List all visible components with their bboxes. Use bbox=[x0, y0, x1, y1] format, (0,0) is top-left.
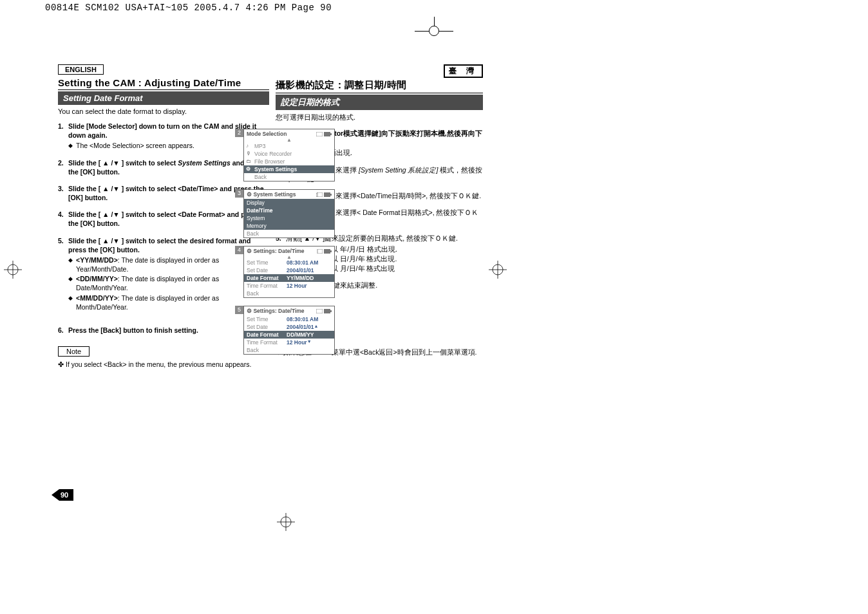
registration-mark-right bbox=[489, 261, 507, 280]
screen-2-title: Mode Selection bbox=[247, 131, 287, 137]
svg-rect-17 bbox=[330, 250, 332, 252]
step-2: 2. Slide the [ ▲ /▼ ] switch to select S… bbox=[58, 158, 269, 176]
settings-icon: ⚙ bbox=[247, 248, 252, 254]
intro-text-left: You can select the date format to displa… bbox=[58, 107, 269, 115]
menu-item-system: System bbox=[244, 214, 334, 222]
language-label-taiwan: 臺 灣 bbox=[444, 64, 483, 78]
folder-icon: 🗀 bbox=[246, 158, 251, 164]
note-label: Note bbox=[58, 346, 90, 357]
battery-icon bbox=[324, 132, 332, 136]
settings-icon: ⚙ bbox=[247, 191, 252, 198]
step-6: 6. Press the [Back] button to finish set… bbox=[58, 326, 269, 335]
language-label-english: ENGLISH bbox=[58, 64, 104, 75]
menu-item-file-browser: 🗀File Browser bbox=[244, 158, 334, 165]
step-5-sub-1: <YY/MM/DD>: The date is displayed in ord… bbox=[68, 256, 269, 274]
settings-icon: ⚙ bbox=[246, 166, 250, 172]
screen-badge-5: 5 bbox=[235, 306, 243, 314]
section-heading-right: 設定日期的格式 bbox=[276, 95, 483, 110]
music-note-icon: ♪ bbox=[246, 143, 249, 149]
row-back: Back bbox=[244, 290, 334, 297]
svg-rect-10 bbox=[324, 132, 330, 136]
screen-5-title: Settings: Date/Time bbox=[253, 308, 304, 314]
row-set-date: Set Date2004/01/01 ▲ bbox=[244, 323, 334, 331]
menu-item-back: Back bbox=[244, 230, 334, 237]
registration-mark-bottom bbox=[277, 513, 295, 532]
row-back: Back bbox=[244, 346, 334, 354]
screen-badge-3: 3 bbox=[235, 189, 243, 198]
battery-icon bbox=[324, 249, 332, 254]
row-set-date: Set Date2004/01/01 bbox=[244, 266, 334, 274]
svg-rect-14 bbox=[330, 194, 332, 196]
registration-mark-left bbox=[4, 261, 22, 280]
intro-text-right: 您可選擇日期出現的格式. bbox=[276, 113, 483, 122]
screen-badge-4: 4 bbox=[235, 246, 243, 254]
section-heading-left: Setting Date Format bbox=[58, 91, 269, 105]
battery-icon bbox=[324, 309, 332, 313]
menu-item-display: Display bbox=[244, 199, 334, 207]
sd-card-icon bbox=[316, 309, 323, 313]
page-title-left: Setting the CAM : Adjusting Date/Time bbox=[58, 77, 269, 90]
status-icons bbox=[316, 308, 332, 314]
row-set-time: Set Time08:30:01 AM bbox=[244, 259, 334, 266]
step-1-sub: The <Mode Selection> screen appears. bbox=[68, 141, 269, 150]
menu-item-system-settings: ⚙System Settings bbox=[244, 165, 334, 173]
menu-item-back: Back bbox=[244, 173, 334, 181]
status-icons bbox=[316, 248, 332, 254]
svg-rect-19 bbox=[324, 309, 330, 313]
page-title-right: 攝影機的設定：調整日期/時間 bbox=[276, 79, 483, 93]
row-set-time: Set Time08:30:01 AM bbox=[244, 315, 334, 323]
microphone-icon: 🎙 bbox=[246, 151, 251, 156]
sd-card-icon bbox=[316, 132, 323, 136]
svg-rect-11 bbox=[330, 133, 332, 135]
step-5-sub-2: <DD/MM/YY>: The date is displayed in ord… bbox=[68, 274, 269, 292]
crop-circle-icon bbox=[429, 26, 439, 36]
page-number: 90 bbox=[52, 489, 73, 501]
status-icons bbox=[316, 191, 332, 198]
settings-icon: ⚙ bbox=[247, 308, 252, 314]
menu-item-memory: Memory bbox=[244, 222, 334, 230]
svg-rect-15 bbox=[317, 249, 323, 254]
menu-item-mp3: ♪MP3 bbox=[244, 142, 334, 150]
svg-rect-9 bbox=[316, 132, 323, 136]
sd-card-icon bbox=[316, 192, 323, 197]
menu-item-voice-recorder: 🎙Voice Recorder bbox=[244, 150, 334, 158]
scroll-down-icon: ▼ bbox=[307, 339, 312, 346]
screen-mode-selection: 2 Mode Selection ▲ ♪MP3 🎙Voice Recorder … bbox=[243, 129, 335, 181]
svg-rect-16 bbox=[324, 249, 330, 254]
svg-rect-12 bbox=[317, 192, 323, 197]
screen-3-title: System Settings bbox=[253, 191, 296, 198]
row-date-format: Date FormatDD/MM/YY bbox=[244, 331, 334, 339]
screen-badge-2: 2 bbox=[235, 129, 243, 137]
sd-card-icon bbox=[316, 249, 323, 254]
svg-rect-20 bbox=[330, 310, 332, 312]
svg-rect-18 bbox=[316, 309, 323, 313]
battery-icon bbox=[324, 192, 332, 197]
status-icons bbox=[316, 131, 332, 137]
row-time-format: Time Format12 Hour bbox=[244, 282, 334, 290]
file-header: 00814E SCM102 USA+TAI~105 2005.4.7 4:26 … bbox=[45, 3, 818, 15]
note-text: If you select <Back> in the menu, the pr… bbox=[58, 360, 269, 369]
svg-rect-13 bbox=[324, 192, 330, 197]
screen-date-time-4: 4 ⚙ Settings: Date/Time ▲ Set Time08:30:… bbox=[243, 246, 335, 299]
screen-4-title: Settings: Date/Time bbox=[253, 248, 304, 254]
row-date-format: Date FormatYY/MM/DD bbox=[244, 274, 334, 282]
scroll-up-icon: ▲ bbox=[314, 324, 319, 330]
menu-item-date-time: Date/Time bbox=[244, 207, 334, 214]
screen-date-time-5: 5 ⚙ Settings: Date/Time Set Time08:30:01… bbox=[243, 306, 335, 355]
step-4: 4. Slide the [ ▲ /▼ ] switch to select <… bbox=[58, 210, 269, 228]
screen-system-settings: 3 ⚙ System Settings Display Date/Time Sy… bbox=[243, 189, 335, 238]
row-time-format: Time Format12 Hour ▼ bbox=[244, 339, 334, 346]
